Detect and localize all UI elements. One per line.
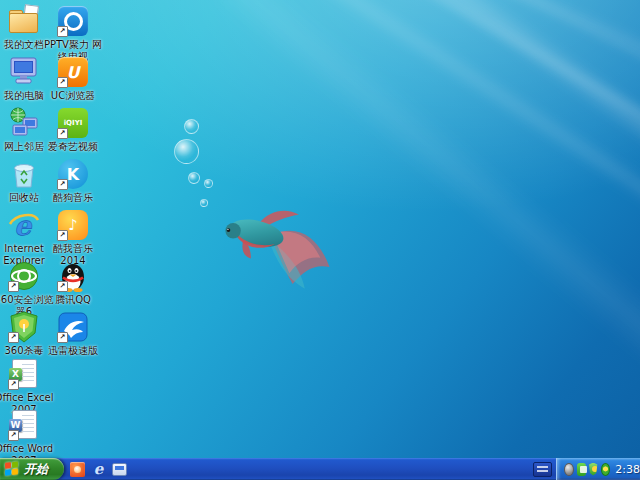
tray-clock[interactable]: 2:38 bbox=[615, 463, 640, 476]
tray-360-antivirus-icon[interactable] bbox=[601, 463, 611, 476]
xunlei-icon[interactable]: ↗ bbox=[56, 311, 90, 343]
taskbar: 开始 e 2:38 bbox=[0, 458, 640, 480]
my-documents-icon[interactable] bbox=[7, 5, 41, 37]
iqiyi-icon[interactable]: iQIYI ↗ bbox=[56, 107, 90, 139]
shortcut-arrow-icon: ↗ bbox=[57, 77, 68, 88]
desktop-icon-qq[interactable]: ↗ 腾讯QQ bbox=[40, 260, 106, 306]
tray-volume-icon[interactable] bbox=[564, 463, 574, 476]
quicklaunch-media-icon[interactable] bbox=[70, 462, 85, 477]
tray-360-shield-icon[interactable] bbox=[589, 463, 598, 476]
desktop-icon-pptv[interactable]: ↗ PPTV聚力 网络电视 bbox=[40, 5, 106, 63]
quick-launch-bar: e bbox=[70, 458, 127, 480]
shortcut-arrow-icon: ↗ bbox=[57, 332, 68, 343]
tray-network-icon[interactable] bbox=[577, 463, 586, 476]
icon-label: 迅雷极速版 bbox=[40, 345, 106, 357]
show-desktop-icon[interactable] bbox=[112, 463, 127, 476]
bubble bbox=[174, 139, 199, 164]
desktop-icon-kugou[interactable]: K ↗ 酷狗音乐 bbox=[40, 158, 106, 204]
shortcut-arrow-icon: ↗ bbox=[8, 281, 19, 292]
start-button-label: 开始 bbox=[24, 461, 48, 478]
bubble bbox=[200, 199, 208, 207]
windows-logo-icon bbox=[5, 461, 20, 477]
shortcut-arrow-icon: ↗ bbox=[57, 230, 68, 241]
uc-browser-icon[interactable]: U ↗ bbox=[56, 56, 90, 88]
recycle-bin-icon[interactable] bbox=[7, 158, 41, 190]
360-antivirus-icon[interactable]: ↗ bbox=[7, 311, 41, 343]
icon-label: 腾讯QQ bbox=[40, 294, 106, 306]
betta-fish bbox=[210, 193, 338, 301]
my-computer-icon[interactable] bbox=[7, 56, 41, 88]
network-places-icon[interactable] bbox=[7, 107, 41, 139]
shortcut-arrow-icon: ↗ bbox=[57, 128, 68, 139]
shortcut-arrow-icon: ↗ bbox=[8, 379, 19, 390]
desktop-icon-uc-browser[interactable]: U ↗ UC浏览器 bbox=[40, 56, 106, 102]
internet-explorer-icon[interactable]: e bbox=[7, 209, 41, 241]
system-tray: 2:38 bbox=[556, 458, 640, 480]
bubble bbox=[204, 179, 213, 188]
icon-label: 酷狗音乐 bbox=[40, 192, 106, 204]
kuwo-music-icon[interactable]: ♪ ↗ bbox=[56, 209, 90, 241]
start-button[interactable]: 开始 bbox=[0, 458, 64, 480]
desktop-icon-kuwo[interactable]: ♪ ↗ 酷我音乐 2014 bbox=[40, 209, 106, 267]
shortcut-arrow-icon: ↗ bbox=[57, 281, 68, 292]
tencent-qq-icon[interactable]: ↗ bbox=[56, 260, 90, 292]
desktop-icon-excel[interactable]: X ↗ Office Excel 2007 bbox=[0, 358, 57, 416]
icon-label: 爱奇艺视频 bbox=[40, 141, 106, 153]
360-browser-icon[interactable]: ↗ bbox=[7, 260, 41, 292]
icon-label: UC浏览器 bbox=[40, 90, 106, 102]
desktop-icon-iqiyi[interactable]: iQIYI ↗ 爱奇艺视频 bbox=[40, 107, 106, 153]
word-icon[interactable]: W ↗ bbox=[7, 409, 41, 441]
shortcut-arrow-icon: ↗ bbox=[57, 26, 68, 37]
desktop-icon-xunlei[interactable]: ↗ 迅雷极速版 bbox=[40, 311, 106, 357]
shortcut-arrow-icon: ↗ bbox=[57, 179, 68, 190]
kugou-music-icon[interactable]: K ↗ bbox=[56, 158, 90, 190]
bubble bbox=[188, 172, 200, 184]
shortcut-arrow-icon: ↗ bbox=[8, 430, 19, 441]
excel-icon[interactable]: X ↗ bbox=[7, 358, 41, 390]
bubble bbox=[184, 119, 199, 134]
pptv-icon[interactable]: ↗ bbox=[56, 5, 90, 37]
shortcut-arrow-icon: ↗ bbox=[8, 332, 19, 343]
language-bar-icon[interactable] bbox=[533, 462, 552, 477]
quicklaunch-ie-icon[interactable]: e bbox=[91, 462, 106, 477]
